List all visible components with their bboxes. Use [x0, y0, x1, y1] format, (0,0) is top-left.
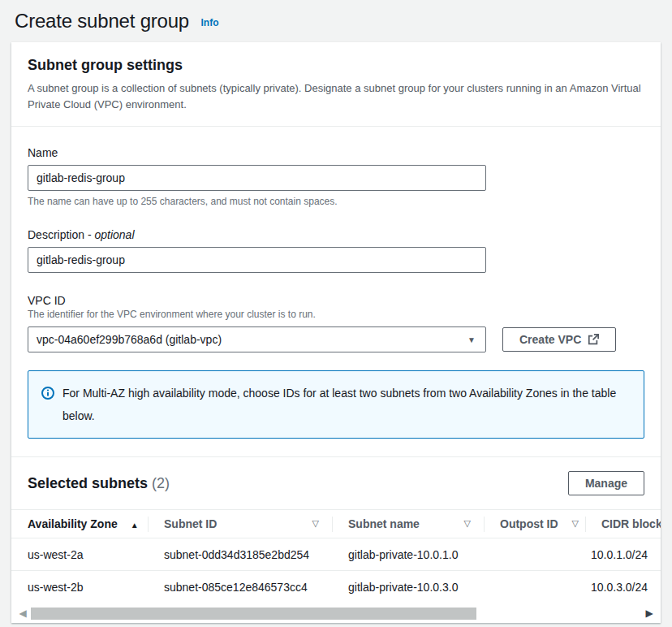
settings-card-description: A subnet group is a collection of subnet… — [28, 80, 644, 113]
settings-form: Name The name can have up to 255 charact… — [11, 127, 661, 456]
page-header: Create subnet group Info — [0, 0, 672, 42]
scrollbar-thumb[interactable] — [31, 608, 476, 620]
description-label: Description - optional — [28, 228, 644, 241]
selected-subnets-header: Selected subnets (2) Manage — [11, 456, 661, 509]
external-link-icon — [588, 334, 599, 345]
vpc-id-label: VPC ID — [28, 294, 644, 307]
settings-card-header: Subnet group settings A subnet group is … — [11, 42, 661, 127]
scrollbar-track[interactable] — [31, 608, 641, 620]
settings-card-title: Subnet group settings — [28, 57, 644, 74]
column-label: Outpost ID — [500, 517, 558, 530]
column-label: Availability Zone — [28, 517, 118, 530]
cell-outpost-id — [484, 538, 585, 571]
multi-az-info-alert: For Multi-AZ high availability mode, cho… — [28, 370, 644, 439]
cell-subnet-name: gitlab-private-10.0.1.0 — [332, 538, 484, 571]
column-header-outpost-id[interactable]: Outpost ID ▽ — [484, 510, 585, 538]
description-field-group: Description - optional — [28, 228, 644, 273]
name-hint: The name can have up to 255 characters, … — [28, 196, 644, 207]
description-optional-text: optional — [94, 228, 134, 241]
chevron-down-icon: ▼ — [467, 335, 476, 344]
description-label-text: Description - — [28, 228, 94, 241]
table-header-row: Availability Zone ▲ Subnet ID ▽ Subnet n… — [11, 510, 661, 538]
sort-icon[interactable]: ▽ — [464, 518, 471, 529]
name-input[interactable] — [28, 165, 486, 191]
column-label: Subnet name — [348, 517, 420, 530]
name-field-group: Name The name can have up to 255 charact… — [28, 146, 644, 207]
selected-subnets-title-text: Selected subnets — [28, 475, 148, 491]
create-subnet-group-panel: Subnet group settings A subnet group is … — [11, 42, 661, 623]
manage-button[interactable]: Manage — [568, 471, 644, 495]
selected-subnets-title: Selected subnets (2) — [28, 475, 170, 492]
sort-ascending-icon[interactable]: ▲ — [131, 521, 139, 530]
column-header-availability-zone[interactable]: Availability Zone ▲ — [11, 510, 148, 538]
sort-icon[interactable]: ▽ — [572, 518, 579, 529]
horizontal-scrollbar[interactable]: ◀ ▶ — [11, 603, 661, 623]
scroll-left-icon[interactable]: ◀ — [16, 608, 29, 618]
table-row[interactable]: us-west-2b subnet-085ce12e846573cc4 gitl… — [11, 571, 661, 603]
column-label: Subnet ID — [164, 517, 217, 530]
column-header-subnet-name[interactable]: Subnet name ▽ — [332, 510, 484, 538]
vpc-id-select[interactable]: vpc-04a60ef299b768a6d (gitlab-vpc) ▼ — [28, 326, 486, 352]
alert-text: For Multi-AZ high availability mode, cho… — [62, 382, 631, 427]
subnets-table: Availability Zone ▲ Subnet ID ▽ Subnet n… — [11, 509, 661, 603]
cell-outpost-id — [484, 571, 585, 603]
column-header-cidr-block[interactable]: CIDR block — [585, 510, 661, 538]
vpc-field-group: VPC ID The identifier for the VPC enviro… — [28, 294, 644, 439]
column-label: CIDR block — [601, 517, 661, 530]
selected-subnets-count: (2) — [152, 475, 170, 491]
cell-availability-zone: us-west-2a — [11, 538, 148, 571]
vpc-id-hint: The identifier for the VPC environment w… — [28, 309, 644, 320]
sort-icon[interactable]: ▽ — [312, 518, 319, 529]
vpc-id-selected-value: vpc-04a60ef299b768a6d (gitlab-vpc) — [37, 333, 222, 346]
cell-subnet-id: subnet-0dd34d3185e2bd254 — [148, 538, 332, 571]
info-link[interactable]: Info — [200, 17, 218, 28]
cell-subnet-name: gitlab-private-10.0.3.0 — [332, 571, 484, 603]
table-row[interactable]: us-west-2a subnet-0dd34d3185e2bd254 gitl… — [11, 538, 661, 571]
info-icon — [41, 387, 54, 427]
create-vpc-label: Create VPC — [519, 333, 581, 346]
description-input[interactable] — [28, 247, 486, 273]
cell-cidr-block: 10.0.1.0/24 — [585, 538, 661, 571]
column-header-subnet-id[interactable]: Subnet ID ▽ — [148, 510, 332, 538]
manage-button-label: Manage — [585, 477, 627, 490]
cell-subnet-id: subnet-085ce12e846573cc4 — [148, 571, 332, 603]
scroll-right-icon[interactable]: ▶ — [643, 608, 656, 618]
cell-cidr-block: 10.0.3.0/24 — [585, 571, 661, 603]
page-title: Create subnet group — [15, 10, 189, 32]
create-vpc-button[interactable]: Create VPC — [502, 327, 616, 352]
subnets-table-container: Availability Zone ▲ Subnet ID ▽ Subnet n… — [11, 509, 661, 603]
name-label: Name — [28, 146, 644, 159]
vpc-row: vpc-04a60ef299b768a6d (gitlab-vpc) ▼ Cre… — [28, 326, 644, 352]
cell-availability-zone: us-west-2b — [11, 571, 148, 603]
